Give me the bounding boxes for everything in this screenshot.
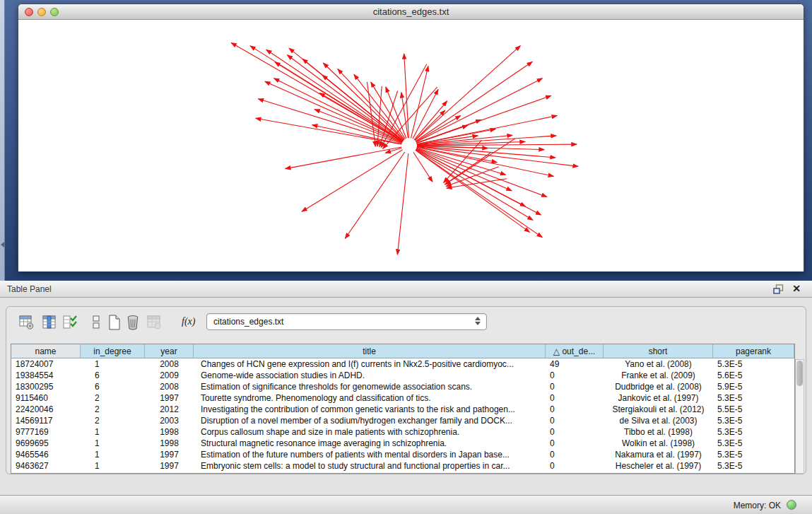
graph-canvas[interactable] <box>18 20 804 271</box>
table-cell: Corpus callosum shape and size in male p… <box>194 426 546 438</box>
function-builder-icon[interactable]: f(x) <box>182 316 195 327</box>
table-cell: 6 <box>81 381 145 392</box>
table-row[interactable]: 911546021997Tourette syndrome. Phenomeno… <box>11 392 794 404</box>
table-cell: de Silva et al. (2003) <box>604 415 713 426</box>
table-panel-title: Table Panel <box>7 284 52 294</box>
graph-edge[interactable] <box>319 93 402 142</box>
table-toolbar: f(x) citations_edges.txt <box>12 313 719 336</box>
scrollbar-thumb[interactable] <box>796 361 803 386</box>
column-header-in-degree[interactable]: in_degree <box>81 344 145 358</box>
close-panel-icon[interactable]: ✕ <box>792 283 801 294</box>
vertical-scrollbar[interactable] <box>795 359 804 474</box>
table-row[interactable]: 1938455462009Genome-wide association stu… <box>11 370 794 381</box>
splitpane-collapse-icon[interactable] <box>1 242 4 247</box>
column-header-out-degree[interactable]: △ out_de... <box>546 344 604 358</box>
table-cell: Dudbridge et al. (2008) <box>604 381 713 392</box>
table-cell: 0 <box>546 404 604 415</box>
table-cell: 2 <box>81 415 145 426</box>
splitpane-left-strip <box>0 0 5 281</box>
table-row[interactable]: 977716911998Corpus callosum shape and si… <box>11 426 794 438</box>
table-cell: Genome-wide association studies in ADHD. <box>194 370 546 381</box>
column-header-out-degree-label: out_de... <box>562 346 595 356</box>
column-header-year[interactable]: year <box>145 344 194 358</box>
node-table: name in_degree year title △ out_de... sh… <box>11 344 795 474</box>
table-cell: 1997 <box>145 460 194 472</box>
sort-ascending-icon: △ <box>553 346 563 356</box>
table-cell: 1997 <box>145 449 194 460</box>
table-cell: 5.3E-5 <box>713 415 794 426</box>
table-row[interactable]: 1456911722003Disruption of a novel membe… <box>11 415 794 426</box>
table-cell: 9115460 <box>11 392 81 404</box>
table-cell: 1 <box>81 358 145 370</box>
table-cell: 0 <box>546 438 604 449</box>
graph-edge[interactable] <box>302 150 403 211</box>
table-cell: 5.9E-5 <box>713 381 794 392</box>
table-panel: Table Panel ✕ <box>0 281 812 495</box>
float-panel-icon[interactable] <box>773 284 784 294</box>
graph-edge[interactable] <box>445 153 490 184</box>
graph-edge[interactable] <box>266 49 403 141</box>
graph-edge[interactable] <box>416 78 543 142</box>
table-row[interactable]: 2242004622012Investigating the contribut… <box>11 404 794 415</box>
table-cell: 1 <box>81 438 145 449</box>
column-header-short[interactable]: short <box>604 344 713 358</box>
table-columns-icon[interactable] <box>42 315 57 330</box>
table-cell: 6 <box>81 370 145 381</box>
table-cell: Franke et al. (2009) <box>604 370 713 381</box>
table-cell: 9465546 <box>11 449 81 460</box>
table-cell: Estimation of significance thresholds fo… <box>194 381 546 392</box>
table-body: 1872400712008Changes of HCN gene express… <box>11 358 794 472</box>
table-cell: 1 <box>81 460 145 472</box>
table-selector-dropdown[interactable]: citations_edges.txt <box>206 313 487 330</box>
graph-edge[interactable] <box>416 150 542 237</box>
graph-edge[interactable] <box>397 153 408 255</box>
graph-edge[interactable] <box>383 87 437 148</box>
table-cell: 1997 <box>145 392 194 404</box>
column-header-name[interactable]: name <box>11 344 81 358</box>
graph-edge[interactable] <box>416 148 512 190</box>
table-cell: Wolkin et al. (1998) <box>604 438 713 449</box>
merge-rows-icon[interactable] <box>91 315 101 330</box>
table-row[interactable]: 969969511998Structural magnetic resonanc… <box>11 438 794 449</box>
table-cell: Investigating the contribution of common… <box>194 404 546 415</box>
column-header-pagerank[interactable]: pagerank <box>713 344 794 358</box>
table-cell: 0 <box>546 392 604 404</box>
table-cell: 22420046 <box>11 404 81 415</box>
table-cell: Tourette syndrome. Phenomenology and cla… <box>194 392 546 404</box>
table-cell: 2009 <box>145 370 194 381</box>
window-title: citations_edges.txt <box>18 6 804 17</box>
dropdown-arrows-icon <box>475 317 481 325</box>
graph-edge[interactable] <box>286 147 401 169</box>
graph-edge[interactable] <box>345 152 404 238</box>
table-cell: 5.3E-5 <box>713 392 794 404</box>
graph-edge[interactable] <box>275 62 403 141</box>
network-window-titlebar[interactable]: citations_edges.txt <box>18 4 804 20</box>
memory-status-icon[interactable] <box>787 500 796 510</box>
new-file-icon[interactable] <box>107 315 122 330</box>
table-cell: 0 <box>546 426 604 438</box>
delete-table-icon[interactable] <box>125 315 141 330</box>
table-row[interactable]: 946554611997Estimation of the future num… <box>11 449 794 460</box>
table-row[interactable]: 946362711997Embryonic stem cells: a mode… <box>11 460 794 472</box>
table-cell: 1998 <box>145 438 194 449</box>
citation-network-graph[interactable] <box>18 20 804 271</box>
column-header-title[interactable]: title <box>194 344 546 358</box>
graph-edge[interactable] <box>416 62 532 141</box>
graph-edge[interactable] <box>417 146 578 166</box>
table-cell: 2 <box>81 404 145 415</box>
import-table-icon[interactable] <box>146 315 162 330</box>
memory-status-label: Memory: OK <box>734 501 781 510</box>
table-row[interactable]: 1872400712008Changes of HCN gene express… <box>11 358 794 370</box>
graph-edge[interactable] <box>377 86 382 146</box>
graph-edge[interactable] <box>417 129 495 144</box>
table-cell: Hescheler et al. (1997) <box>604 460 713 472</box>
select-columns-icon[interactable] <box>63 315 78 330</box>
table-cell: 2012 <box>145 404 194 415</box>
table-cell: 9777169 <box>11 426 81 438</box>
graph-edge[interactable] <box>416 150 530 232</box>
table-cell: 5.3E-5 <box>713 358 794 370</box>
table-cell: 18724007 <box>11 358 81 370</box>
table-row[interactable]: 1830029562008Estimation of significance … <box>11 381 794 392</box>
table-settings-icon[interactable] <box>19 315 35 330</box>
table-cell: 2 <box>81 392 145 404</box>
